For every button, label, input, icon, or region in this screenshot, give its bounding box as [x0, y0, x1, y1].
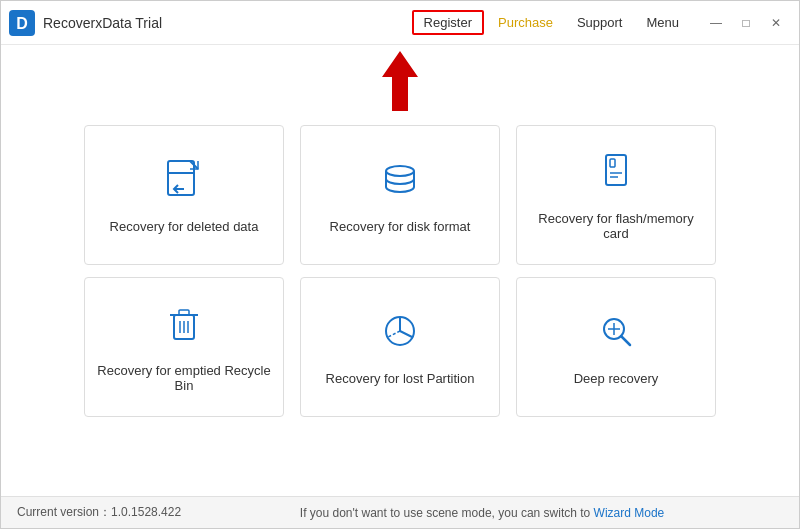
card-recycle-bin-label: Recovery for emptied Recycle Bin — [85, 363, 283, 393]
svg-rect-13 — [179, 310, 189, 315]
svg-rect-8 — [610, 159, 615, 167]
card-recycle-bin[interactable]: Recovery for emptied Recycle Bin — [84, 277, 284, 417]
card-flash-memory[interactable]: Recovery for flash/memory card — [516, 125, 716, 265]
arrow-up-icon — [370, 49, 430, 114]
statusbar-text: If you don't want to use scene mode, you… — [300, 506, 594, 520]
cards-row-2: Recovery for emptied Recycle Bin Recover… — [61, 277, 739, 417]
recycle-bin-icon — [162, 301, 206, 351]
window-controls: — □ ✕ — [701, 8, 791, 38]
statusbar: Current version：1.0.1528.422 If you don'… — [1, 496, 799, 528]
close-button[interactable]: ✕ — [761, 8, 791, 38]
svg-marker-2 — [382, 51, 418, 111]
titlebar: D RecoverxData Trial Register Purchase S… — [1, 1, 799, 45]
card-deep-recovery[interactable]: Deep recovery — [516, 277, 716, 417]
deleted-data-icon — [162, 157, 206, 207]
card-deep-recovery-label: Deep recovery — [566, 371, 667, 386]
svg-text:D: D — [16, 15, 28, 32]
disk-format-icon — [378, 157, 422, 207]
lost-partition-icon — [378, 309, 422, 359]
titlebar-left: D RecoverxData Trial — [9, 10, 162, 36]
version-label: Current version：1.0.1528.422 — [17, 504, 181, 521]
maximize-button[interactable]: □ — [731, 8, 761, 38]
annotation-arrow — [1, 45, 799, 115]
cards-row-1: Recovery for deleted data Recovery for d… — [61, 125, 739, 265]
titlebar-right: Register Purchase Support Menu — □ ✕ — [412, 8, 791, 38]
card-deleted-data-label: Recovery for deleted data — [102, 219, 267, 234]
card-disk-format[interactable]: Recovery for disk format — [300, 125, 500, 265]
support-button[interactable]: Support — [567, 11, 633, 34]
card-disk-format-label: Recovery for disk format — [322, 219, 479, 234]
svg-point-6 — [386, 166, 414, 176]
statusbar-middle: If you don't want to use scene mode, you… — [181, 506, 783, 520]
minimize-button[interactable]: — — [701, 8, 731, 38]
card-lost-partition[interactable]: Recovery for lost Partition — [300, 277, 500, 417]
main-content: Recovery for deleted data Recovery for d… — [1, 115, 799, 496]
purchase-button[interactable]: Purchase — [488, 11, 563, 34]
app-title: RecoverxData Trial — [43, 15, 162, 31]
svg-line-19 — [621, 336, 630, 345]
card-lost-partition-label: Recovery for lost Partition — [318, 371, 483, 386]
app-logo-icon: D — [9, 10, 35, 36]
card-deleted-data[interactable]: Recovery for deleted data — [84, 125, 284, 265]
svg-rect-7 — [606, 155, 626, 185]
wizard-mode-link[interactable]: Wizard Mode — [594, 506, 665, 520]
register-button[interactable]: Register — [412, 10, 484, 35]
flash-memory-icon — [594, 149, 638, 199]
card-flash-memory-label: Recovery for flash/memory card — [517, 211, 715, 241]
deep-recovery-icon — [594, 309, 638, 359]
menu-button[interactable]: Menu — [636, 11, 689, 34]
